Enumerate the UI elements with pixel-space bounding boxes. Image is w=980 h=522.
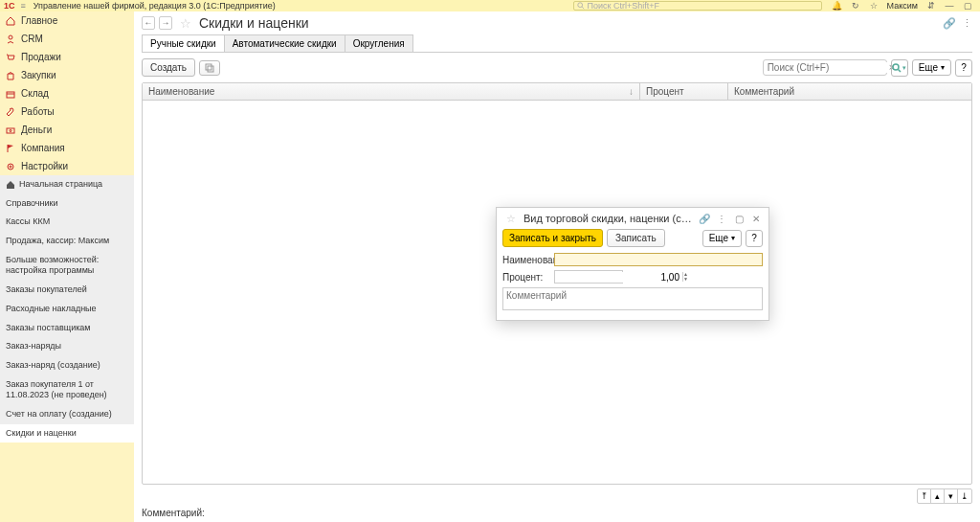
stepper-down[interactable]: ▼: [683, 277, 688, 282]
pager: ⤒ ▴ ▾ ⤓: [917, 488, 972, 504]
sidebar-item-label: Склад: [21, 88, 49, 99]
star-icon[interactable]: ☆: [870, 1, 878, 11]
sidebar-item-gear[interactable]: Настройки: [0, 157, 134, 175]
sidebar-item-flag[interactable]: Компания: [0, 139, 134, 157]
sidebar-item-money[interactable]: Деньги: [0, 121, 134, 139]
forward-button[interactable]: →: [159, 16, 172, 30]
sidebar-item-bag[interactable]: Закупки: [0, 66, 134, 84]
svg-point-6: [10, 129, 11, 131]
more-button[interactable]: Еще▾: [912, 59, 951, 76]
help-button[interactable]: ?: [955, 59, 972, 77]
svg-rect-10: [206, 64, 212, 70]
maximize-icon[interactable]: ▢: [964, 1, 972, 11]
percent-input[interactable]: ▲▼: [554, 270, 623, 284]
home-icon: [6, 16, 15, 26]
main-area: ← → ☆ Скидки и наценки 🔗 ⋮ Ручные скидки…: [134, 11, 980, 522]
hamburger-icon[interactable]: ≡: [21, 1, 26, 11]
sidebar-sub-item[interactable]: Начальная страница: [0, 175, 134, 194]
column-name[interactable]: Наименование↓: [143, 83, 640, 100]
sidebar-sub-label: Справочники: [6, 198, 58, 208]
save-and-close-button[interactable]: Записать и закрыть: [502, 229, 603, 247]
sidebar-item-label: Закупки: [21, 70, 56, 80]
grid-search-input[interactable]: ×: [763, 59, 887, 76]
tab-0[interactable]: Ручные скидки: [142, 34, 225, 53]
sidebar-item-label: Настройки: [21, 161, 68, 171]
svg-point-2: [9, 35, 12, 39]
page-title: Скидки и наценки: [199, 15, 309, 31]
tab-2[interactable]: Округления: [345, 34, 413, 53]
sidebar-item-home[interactable]: Главное: [0, 11, 134, 30]
dialog-close-icon[interactable]: ✕: [749, 212, 763, 225]
svg-line-1: [582, 7, 584, 9]
sidebar-sub-item[interactable]: Скидки и наценки: [0, 424, 134, 443]
sidebar-item-label: Продажи: [21, 52, 61, 62]
box-icon: [6, 89, 15, 99]
dialog-link-icon[interactable]: 🔗: [698, 212, 711, 225]
sidebar-sub-label: Заказы покупателей: [6, 284, 87, 294]
sidebar-item-crm[interactable]: CRM: [0, 30, 134, 48]
global-search-input[interactable]: Поиск Ctrl+Shift+F: [573, 1, 822, 11]
create-button[interactable]: Создать: [142, 58, 195, 77]
svg-point-9: [10, 166, 11, 168]
sidebar-sub-label: Начальная страница: [19, 179, 102, 191]
name-label: Наименование:: [502, 255, 554, 265]
filter-icon[interactable]: ⇵: [927, 1, 935, 11]
sidebar-item-label: Работы: [21, 106, 55, 117]
sidebar-sub-label: Продажа, кассир: Максим: [6, 236, 109, 245]
create-dialog: ☆ Вид торговой скидки, наценки (созд… 🔗 …: [496, 207, 769, 321]
user-name[interactable]: Максим: [887, 1, 918, 11]
dialog-maximize-icon[interactable]: ▢: [732, 212, 746, 225]
pager-down[interactable]: ▾: [945, 489, 958, 503]
cart-icon: [6, 53, 15, 62]
dialog-kebab-icon[interactable]: ⋮: [715, 212, 728, 225]
sidebar-sub-item[interactable]: Заказ покупателя 1 от 11.08.2023 (не про…: [0, 375, 134, 405]
svg-line-13: [899, 69, 902, 72]
svg-point-0: [577, 3, 582, 8]
favorite-star-icon[interactable]: ☆: [180, 16, 191, 31]
sidebar-sub-item[interactable]: Продажа, кассир: Максим: [0, 232, 134, 251]
sidebar-sub-label: Расходные накладные: [6, 304, 97, 313]
sidebar-item-cart[interactable]: Продажи: [0, 48, 134, 66]
dialog-help-button[interactable]: ?: [746, 230, 763, 247]
percent-label: Процент:: [502, 272, 554, 283]
sidebar-sub-item[interactable]: Справочники: [0, 194, 134, 214]
back-button[interactable]: ←: [142, 16, 155, 30]
kebab-icon[interactable]: ⋮: [962, 17, 972, 30]
pager-last[interactable]: ⤓: [958, 489, 971, 503]
sidebar: ГлавноеCRMПродажиЗакупкиСкладРаботыДеньг…: [0, 11, 134, 522]
dialog-star-icon[interactable]: ☆: [506, 213, 516, 225]
comment-textarea[interactable]: [502, 287, 763, 310]
sidebar-sub-item[interactable]: Заказ-наряд (создание): [0, 356, 134, 375]
sidebar-sub-item[interactable]: Заказ-наряды: [0, 337, 134, 356]
sidebar-sub-item[interactable]: Заказы покупателей: [0, 281, 134, 300]
sidebar-sub-item[interactable]: Расходные накладные: [0, 300, 134, 319]
minimize-icon[interactable]: —: [945, 1, 953, 11]
sidebar-sub-item[interactable]: Больше возможностей: настройка программы: [0, 251, 134, 281]
sidebar-item-label: Деньги: [21, 125, 52, 135]
sidebar-sub-item[interactable]: Счет на оплату (создание): [0, 405, 134, 424]
advanced-search-button[interactable]: ▾: [891, 59, 908, 77]
sidebar-item-box[interactable]: Склад: [0, 84, 134, 102]
sidebar-item-wrench[interactable]: Работы: [0, 102, 134, 121]
sidebar-sub-label: Счет на оплату (создание): [6, 409, 112, 419]
pager-first[interactable]: ⤒: [918, 489, 931, 503]
column-comment[interactable]: Комментарий: [728, 83, 971, 100]
history-icon[interactable]: ↻: [852, 1, 859, 11]
tab-1[interactable]: Автоматические скидки: [224, 34, 345, 53]
svg-rect-3: [7, 92, 14, 98]
sidebar-sub-label: Заказ-наряд (создание): [6, 360, 100, 370]
sidebar-sub-item[interactable]: Кассы ККМ: [0, 213, 134, 232]
save-button[interactable]: Записать: [607, 229, 665, 247]
svg-point-8: [8, 164, 13, 170]
sidebar-sub-item[interactable]: Заказы поставщикам: [0, 319, 134, 338]
crm-icon: [6, 34, 15, 44]
bell-icon[interactable]: 🔔: [832, 1, 842, 11]
copy-button[interactable]: [199, 60, 220, 76]
name-input[interactable]: [554, 253, 763, 266]
footer-comment-label: Комментарий:: [142, 508, 972, 518]
sidebar-sub-label: Скидки и наценки: [6, 428, 77, 438]
link-icon[interactable]: 🔗: [943, 17, 956, 30]
column-percent[interactable]: Процент: [640, 83, 728, 100]
dialog-more-button[interactable]: Еще▾: [702, 230, 742, 247]
pager-up[interactable]: ▴: [931, 489, 945, 503]
